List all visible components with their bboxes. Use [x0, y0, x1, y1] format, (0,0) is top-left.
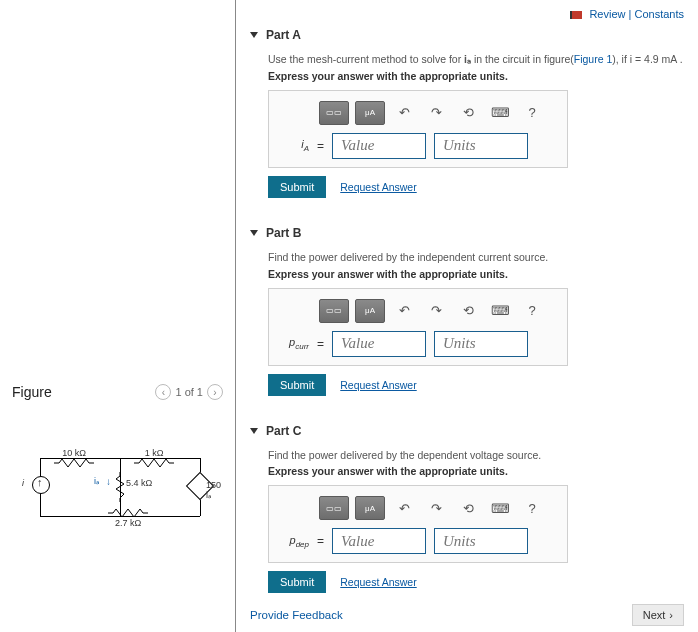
next-button[interactable]: Next ›	[632, 604, 684, 626]
part-c-submit-button[interactable]: Submit	[268, 571, 326, 593]
part-c-prompt: Find the power delivered by the dependen…	[268, 448, 684, 464]
template-button-2[interactable]: μA	[355, 496, 385, 520]
help-button[interactable]: ?	[519, 300, 545, 322]
part-a-header[interactable]: Part A	[250, 24, 684, 46]
left-pane: Figure ‹ 1 of 1 › i 150 iₐ 10 kΩ	[0, 0, 236, 632]
keyboard-button[interactable]: ⌨	[487, 102, 513, 124]
redo-button[interactable]: ↷	[423, 497, 449, 519]
ia-arrow-icon: ↓	[106, 476, 111, 487]
undo-button[interactable]: ↶	[391, 497, 417, 519]
figure-prev-button[interactable]: ‹	[155, 384, 171, 400]
figure-pager-label: 1 of 1	[175, 386, 203, 398]
part-b-toolbar: ▭▭ μA ↶ ↷ ⟲ ⌨ ?	[279, 297, 557, 331]
part-b-answer-box: ▭▭ μA ↶ ↷ ⟲ ⌨ ? pcurr =	[268, 288, 568, 366]
help-button[interactable]: ?	[519, 102, 545, 124]
resistor-2-7k: 2.7 kΩ	[108, 508, 148, 528]
resistor-10k: 10 kΩ	[54, 448, 94, 468]
equals-sign: =	[317, 534, 324, 548]
part-c-request-answer-link[interactable]: Request Answer	[340, 576, 416, 588]
part-a-answer-box: ▭▭ μA ↶ ↷ ⟲ ⌨ ? iA =	[268, 90, 568, 168]
caret-down-icon	[250, 32, 258, 38]
part-b-request-answer-link[interactable]: Request Answer	[340, 379, 416, 391]
part-b-header[interactable]: Part B	[250, 222, 684, 244]
part-c: Part C Find the power delivered by the d…	[250, 420, 684, 594]
part-c-value-input[interactable]	[332, 528, 426, 554]
part-b-prompt: Find the power delivered by the independ…	[268, 250, 684, 266]
undo-button[interactable]: ↶	[391, 300, 417, 322]
part-b-units-input[interactable]	[434, 331, 528, 357]
part-b-var-label: pcurr	[279, 336, 309, 351]
part-c-var-label: pdep	[279, 534, 309, 549]
part-a-submit-button[interactable]: Submit	[268, 176, 326, 198]
part-a-toolbar: ▭▭ μA ↶ ↷ ⟲ ⌨ ?	[279, 99, 557, 133]
template-button-1[interactable]: ▭▭	[319, 496, 349, 520]
caret-down-icon	[250, 230, 258, 236]
part-b-title: Part B	[266, 226, 301, 240]
template-button-2[interactable]: μA	[355, 299, 385, 323]
redo-button[interactable]: ↷	[423, 300, 449, 322]
review-link[interactable]: Review	[589, 8, 625, 20]
figure-1-link[interactable]: Figure 1	[574, 53, 613, 65]
keyboard-button[interactable]: ⌨	[487, 497, 513, 519]
caret-down-icon	[250, 428, 258, 434]
figure-pager: ‹ 1 of 1 ›	[155, 384, 223, 400]
help-button[interactable]: ?	[519, 497, 545, 519]
redo-button[interactable]: ↷	[423, 102, 449, 124]
resistor-5-4k-label: 5.4 kΩ	[126, 478, 152, 488]
figure-heading: Figure	[12, 384, 52, 400]
provide-feedback-link[interactable]: Provide Feedback	[250, 609, 343, 621]
right-pane: Review | Constants Part A Use the mesh-c…	[236, 0, 698, 632]
resistor-5-4k-icon	[114, 472, 126, 502]
part-a-var-label: iA	[279, 138, 309, 153]
part-a: Part A Use the mesh-current method to so…	[250, 24, 684, 198]
resistor-1k: 1 kΩ	[134, 448, 174, 468]
part-c-units-input[interactable]	[434, 528, 528, 554]
current-source-icon	[32, 476, 50, 494]
part-b-value-input[interactable]	[332, 331, 426, 357]
constants-link[interactable]: Constants	[634, 8, 684, 20]
figure-next-button[interactable]: ›	[207, 384, 223, 400]
footer: Provide Feedback Next ›	[250, 604, 684, 626]
part-c-toolbar: ▭▭ μA ↶ ↷ ⟲ ⌨ ?	[279, 494, 557, 528]
part-a-request-answer-link[interactable]: Request Answer	[340, 181, 416, 193]
part-b-input-row: pcurr =	[279, 331, 557, 357]
template-button-1[interactable]: ▭▭	[319, 299, 349, 323]
reset-button[interactable]: ⟲	[455, 300, 481, 322]
equals-sign: =	[317, 337, 324, 351]
part-a-title: Part A	[266, 28, 301, 42]
part-a-value-input[interactable]	[332, 133, 426, 159]
part-a-prompt: Use the mesh-current method to solve for…	[268, 52, 684, 68]
chevron-right-icon: ›	[669, 609, 673, 621]
reset-button[interactable]: ⟲	[455, 102, 481, 124]
figure-image: i 150 iₐ 10 kΩ 1 kΩ 5.4 kΩ 2.7 kΩ iₐ	[30, 450, 205, 535]
part-b-button-row: Submit Request Answer	[268, 374, 684, 396]
current-source-label: i	[22, 478, 24, 488]
part-c-button-row: Submit Request Answer	[268, 571, 684, 593]
template-button-2[interactable]: μA	[355, 101, 385, 125]
undo-button[interactable]: ↶	[391, 102, 417, 124]
part-a-button-row: Submit Request Answer	[268, 176, 684, 198]
circuit-diagram: i 150 iₐ 10 kΩ 1 kΩ 5.4 kΩ 2.7 kΩ iₐ	[30, 450, 210, 530]
next-button-label: Next	[643, 609, 666, 621]
top-links: Review | Constants	[570, 8, 684, 20]
part-a-input-row: iA =	[279, 133, 557, 159]
part-c-instruction: Express your answer with the appropriate…	[268, 465, 684, 477]
part-b-submit-button[interactable]: Submit	[268, 374, 326, 396]
equals-sign: =	[317, 139, 324, 153]
figure-header: Figure ‹ 1 of 1 ›	[12, 384, 223, 400]
flag-icon[interactable]	[570, 11, 582, 19]
dependent-source-label: 150 iₐ	[206, 480, 221, 500]
part-b: Part B Find the power delivered by the i…	[250, 222, 684, 396]
ia-label: iₐ	[94, 476, 100, 486]
part-c-header[interactable]: Part C	[250, 420, 684, 442]
part-c-title: Part C	[266, 424, 301, 438]
template-button-1[interactable]: ▭▭	[319, 101, 349, 125]
part-c-answer-box: ▭▭ μA ↶ ↷ ⟲ ⌨ ? pdep =	[268, 485, 568, 563]
part-a-instruction: Express your answer with the appropriate…	[268, 70, 684, 82]
part-a-units-input[interactable]	[434, 133, 528, 159]
part-b-instruction: Express your answer with the appropriate…	[268, 268, 684, 280]
part-c-input-row: pdep =	[279, 528, 557, 554]
keyboard-button[interactable]: ⌨	[487, 300, 513, 322]
reset-button[interactable]: ⟲	[455, 497, 481, 519]
